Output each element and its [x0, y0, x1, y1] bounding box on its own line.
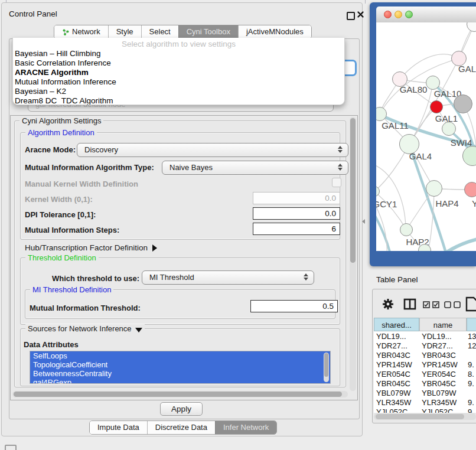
- node-unlabeled-2[interactable]: [442, 122, 456, 136]
- node-label: Y: [472, 198, 476, 208]
- dpi-tolerance-field[interactable]: 0.0: [253, 207, 340, 220]
- close-traffic-light[interactable]: [384, 11, 392, 18]
- cell-shared-name: YBL079W: [376, 389, 411, 398]
- aracne-mode-label: Aracne Mode:: [25, 145, 76, 154]
- node-hap2[interactable]: [400, 223, 413, 236]
- cell-shared-name: YER054C: [376, 370, 410, 379]
- cell-shared-name: YBR045C: [376, 379, 410, 389]
- deselect-all-checkboxes-icon[interactable]: [444, 301, 462, 308]
- dpi-tolerance-label: DPI Tolerance [0,1]:: [25, 210, 96, 219]
- node-label: GAL11: [382, 120, 409, 131]
- cell-name: YBR045C: [422, 379, 456, 389]
- splitpane-collapse-handle[interactable]: [362, 219, 365, 224]
- node-gal1[interactable]: [430, 100, 443, 113]
- spinner-arrows-icon: [304, 273, 308, 283]
- combobox-value: Naive Bayes: [169, 163, 213, 172]
- manual-kernel-width-label: Manual Kernel Width Definition: [25, 180, 138, 188]
- node-gray[interactable]: [454, 94, 472, 113]
- cyni-bottom-tabbar: Impute Data Discretize Data Infer Networ…: [89, 420, 277, 435]
- mi-steps-label: Mutual Information Steps:: [25, 226, 119, 234]
- node-hap4[interactable]: [426, 180, 442, 197]
- network-icon: [62, 28, 70, 36]
- node-y[interactable]: [464, 182, 476, 197]
- minimize-traffic-light[interactable]: [395, 11, 402, 18]
- group-title: MI Threshold Definition: [30, 285, 113, 294]
- tab-network[interactable]: Network: [54, 25, 108, 38]
- cell-shared-name: YBR043C: [376, 351, 410, 360]
- table-row[interactable]: YBR045C YBR045C 9.: [0, 379, 476, 389]
- table-panel-title: Table Panel: [376, 275, 418, 284]
- cell-value: 9.: [468, 360, 474, 370]
- table-row-clipped[interactable]: YJL052C YJL052C 9.: [0, 407, 476, 413]
- dropdown-placeholder: Select algorithm to view settings: [13, 38, 344, 49]
- table-row[interactable]: YBR043C YBR043C: [0, 351, 476, 360]
- manual-kernel-width-checkbox[interactable]: [332, 178, 341, 187]
- network-window-titlebar[interactable]: [376, 6, 476, 23]
- zoom-traffic-light[interactable]: [405, 11, 413, 18]
- tab-jactivemnodules[interactable]: jActiveMNodules: [238, 25, 311, 38]
- dropdown-item[interactable]: Bayesian – Hill Climbing: [13, 49, 344, 58]
- close-icon[interactable]: [357, 11, 364, 18]
- cell-value: 9.: [468, 407, 474, 413]
- hub-definition-section[interactable]: Hub/Transcription Factor Definition: [25, 243, 157, 252]
- dropdown-item[interactable]: Mutual Information Inference: [13, 77, 344, 87]
- node-label: GAL80: [400, 84, 428, 94]
- column-header-partial[interactable]: [467, 318, 476, 331]
- expand-arrow-icon[interactable]: [152, 244, 157, 252]
- cell-shared-name: YJL052C: [376, 407, 407, 413]
- mi-algorithm-type-combobox[interactable]: Naive Bayes: [162, 161, 348, 175]
- table-horizontal-scrollbar[interactable]: [374, 413, 476, 420]
- tab-infer-network[interactable]: Infer Network: [215, 421, 276, 434]
- cell-name: YJL052C: [422, 407, 453, 413]
- mi-threshold-label: Mutual Information Threshold:: [30, 304, 141, 312]
- tab-cyni-toolbox[interactable]: Cyni Toolbox: [178, 25, 238, 38]
- select-all-checkboxes-icon[interactable]: [423, 301, 441, 308]
- mi-threshold-field[interactable]: 0.5: [250, 300, 338, 312]
- node-gal10[interactable]: [426, 76, 440, 90]
- aracne-mode-combobox[interactable]: Discovery: [77, 143, 348, 157]
- gear-icon[interactable]: [382, 298, 394, 310]
- tab-label: Select: [149, 25, 171, 38]
- node-label: GAL4: [409, 151, 432, 161]
- cell-shared-name: YDR27...: [376, 341, 407, 351]
- table-row[interactable]: YDL19... YDL19... 13: [0, 332, 476, 341]
- table-row[interactable]: YDR27... YDR27... 12: [0, 341, 476, 351]
- tab-discretize-data[interactable]: Discretize Data: [147, 421, 215, 434]
- tab-select[interactable]: Select: [141, 25, 178, 38]
- cell-name: YLR345W: [422, 398, 457, 407]
- cell-name: YBR043C: [422, 351, 456, 360]
- column-header-name[interactable]: name: [419, 318, 467, 331]
- tab-style[interactable]: Style: [108, 25, 141, 38]
- column-header-shared-name[interactable]: shared...: [374, 318, 419, 331]
- control-panel-tabbar: Network Style Select Cyni Toolbox jActiv…: [54, 25, 312, 39]
- float-window-icon[interactable]: [347, 12, 355, 20]
- bottom-left-panel-icon[interactable]: [5, 445, 17, 450]
- dropdown-item[interactable]: Basic Correlation Inference: [13, 58, 344, 68]
- tab-label: Cyni Toolbox: [187, 25, 230, 38]
- combobox-value: MI Threshold: [149, 273, 194, 282]
- table-row[interactable]: YER054C YER054C 8.: [0, 370, 476, 379]
- table-row[interactable]: YPR145W YPR145W 9.: [0, 360, 476, 370]
- top-edge-tick-2: [365, 0, 366, 4]
- columns-icon[interactable]: [403, 298, 416, 310]
- cell-name: YDL19...: [422, 332, 452, 341]
- cell-value: 8.: [468, 370, 474, 379]
- table-row[interactable]: YBL079W YBL079W: [0, 389, 476, 398]
- kernel-width-field[interactable]: 0.0: [253, 192, 340, 204]
- mi-steps-field[interactable]: 6: [253, 223, 340, 235]
- tab-impute-data[interactable]: Impute Data: [90, 421, 147, 434]
- tab-label: Impute Data: [97, 421, 139, 434]
- cell-name: YDR27...: [422, 341, 453, 351]
- dropdown-item-selected[interactable]: ARACNE Algorithm: [13, 68, 344, 77]
- tab-label: Discretize Data: [155, 421, 207, 434]
- dropdown-item[interactable]: Dream8 DC_TDC Algorithm: [13, 96, 344, 105]
- dropdown-item[interactable]: Bayesian – K2: [13, 87, 344, 96]
- network-view-window: GAL GAL80 GAL10 GAL1 GAL11 SWI4 GAL4 GCY…: [370, 2, 476, 266]
- cell-shared-name: YDL19...: [376, 332, 406, 341]
- table-row[interactable]: YLR345W YLR345W 9.: [0, 398, 476, 407]
- cell-shared-name: YLR345W: [376, 398, 411, 407]
- network-canvas[interactable]: GAL GAL80 GAL10 GAL1 GAL11 SWI4 GAL4 GCY…: [376, 22, 476, 251]
- which-threshold-combobox[interactable]: MI Threshold: [142, 270, 314, 285]
- document-icon[interactable]: [465, 296, 476, 312]
- combobox-value: Discovery: [84, 145, 118, 154]
